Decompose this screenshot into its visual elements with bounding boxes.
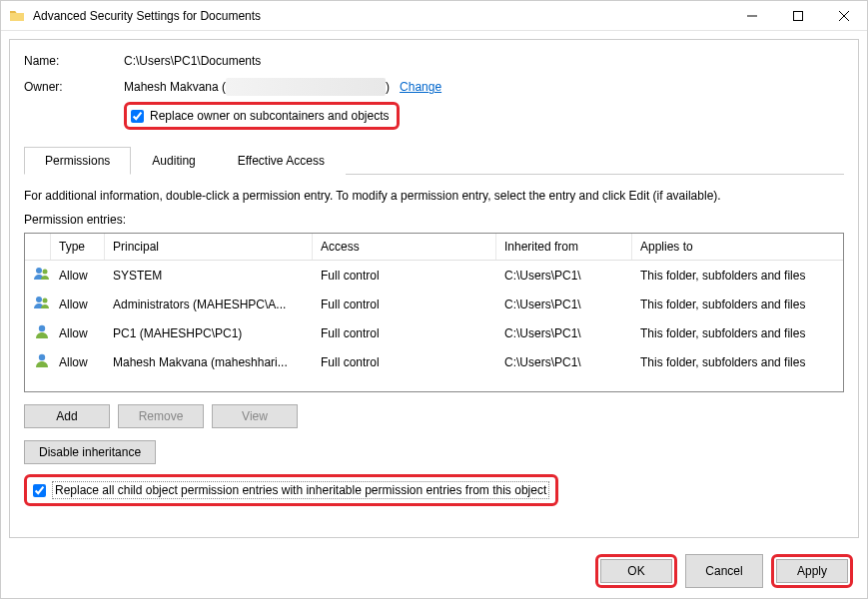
cell-principal: Mahesh Makvana (maheshhari... (105, 353, 313, 371)
info-text: For additional information, double-click… (24, 189, 844, 203)
window-title: Advanced Security Settings for Documents (33, 9, 729, 23)
svg-point-4 (43, 299, 48, 303)
cell-inherited: C:\Users\PC1\ (496, 267, 632, 285)
table-body: AllowSYSTEMFull controlC:\Users\PC1\This… (25, 261, 843, 376)
tab-auditing[interactable]: Auditing (131, 147, 216, 175)
replace-owner-row: Replace owner on subcontainers and objec… (124, 102, 844, 130)
owner-row: Owner: Mahesh Makvana ( ) Change (24, 78, 844, 96)
group-icon (33, 294, 51, 311)
owner-label: Owner: (24, 80, 124, 94)
folder-icon (9, 8, 25, 24)
cell-type: Allow (51, 353, 105, 371)
cell-access: Full control (313, 267, 496, 285)
cancel-button[interactable]: Cancel (685, 554, 763, 588)
header-access[interactable]: Access (313, 234, 496, 260)
header-applies[interactable]: Applies to (632, 234, 843, 260)
replace-child-checkbox[interactable] (33, 484, 46, 497)
cell-inherited: C:\Users\PC1\ (496, 324, 632, 342)
tab-effective-access[interactable]: Effective Access (217, 147, 346, 175)
name-value: C:\Users\PC1\Documents (124, 54, 261, 68)
replace-child-label[interactable]: Replace all child object permission entr… (52, 481, 549, 499)
table-row[interactable]: AllowSYSTEMFull controlC:\Users\PC1\This… (25, 261, 843, 290)
cell-access: Full control (313, 296, 496, 313)
content-panel: Name: C:\Users\PC1\Documents Owner: Mahe… (9, 39, 859, 538)
cell-inherited: C:\Users\PC1\ (496, 296, 632, 313)
apply-button[interactable]: Apply (776, 559, 848, 583)
permission-table: Type Principal Access Inherited from App… (24, 233, 844, 392)
cell-access: Full control (313, 353, 496, 371)
entry-buttons: Add Remove View (24, 404, 844, 428)
header-type[interactable]: Type (51, 234, 105, 260)
replace-owner-highlight: Replace owner on subcontainers and objec… (124, 102, 400, 130)
owner-close-paren: ) (386, 80, 390, 94)
owner-masked (226, 78, 386, 96)
svg-point-3 (36, 297, 42, 302)
ok-button[interactable]: OK (600, 559, 672, 583)
table-header: Type Principal Access Inherited from App… (25, 234, 843, 261)
close-button[interactable] (821, 1, 867, 31)
disable-inheritance-button[interactable]: Disable inheritance (24, 440, 156, 464)
cell-principal: SYSTEM (105, 267, 313, 285)
svg-point-6 (39, 354, 45, 360)
cell-type: Allow (51, 267, 105, 285)
footer-buttons: OK Cancel Apply (1, 546, 867, 598)
name-row: Name: C:\Users\PC1\Documents (24, 54, 844, 68)
cell-access: Full control (313, 324, 496, 342)
group-icon (33, 265, 51, 283)
cell-applies: This folder, subfolders and files (632, 324, 843, 342)
user-icon (33, 322, 51, 340)
header-principal[interactable]: Principal (105, 234, 313, 260)
cell-type: Allow (51, 324, 105, 342)
svg-point-5 (39, 325, 45, 331)
inheritance-row: Disable inheritance (24, 440, 844, 464)
table-row[interactable]: AllowPC1 (MAHESHPC\PC1)Full controlC:\Us… (25, 318, 843, 347)
titlebar-buttons (729, 1, 867, 31)
replace-child-highlight: Replace all child object permission entr… (24, 474, 558, 506)
replace-owner-label[interactable]: Replace owner on subcontainers and objec… (150, 109, 389, 123)
name-label: Name: (24, 54, 124, 68)
table-row[interactable]: AllowMahesh Makvana (maheshhari...Full c… (25, 347, 843, 376)
svg-point-1 (36, 268, 42, 274)
apply-highlight: Apply (771, 554, 853, 588)
svg-point-2 (43, 270, 48, 275)
minimize-button[interactable] (729, 1, 775, 31)
cell-applies: This folder, subfolders and files (632, 267, 843, 285)
owner-name: Mahesh Makvana ( (124, 80, 226, 94)
cell-applies: This folder, subfolders and files (632, 296, 843, 313)
ok-highlight: OK (595, 554, 677, 588)
table-row[interactable]: AllowAdministrators (MAHESHPC\A...Full c… (25, 290, 843, 318)
replace-owner-checkbox[interactable] (131, 110, 144, 123)
cell-inherited: C:\Users\PC1\ (496, 353, 632, 371)
tabs: Permissions Auditing Effective Access (24, 146, 844, 175)
cell-type: Allow (51, 296, 105, 313)
cell-principal: Administrators (MAHESHPC\A... (105, 296, 313, 313)
change-owner-link[interactable]: Change (400, 80, 441, 94)
window: Advanced Security Settings for Documents… (0, 0, 868, 599)
cell-principal: PC1 (MAHESHPC\PC1) (105, 324, 313, 342)
svg-rect-0 (794, 11, 803, 20)
view-button: View (212, 404, 298, 428)
add-button[interactable]: Add (24, 404, 110, 428)
tab-permissions[interactable]: Permissions (24, 147, 131, 175)
maximize-button[interactable] (775, 1, 821, 31)
cell-applies: This folder, subfolders and files (632, 353, 843, 371)
user-icon (33, 351, 51, 369)
entries-label: Permission entries: (24, 213, 844, 227)
titlebar: Advanced Security Settings for Documents (1, 1, 867, 31)
replace-child-row: Replace all child object permission entr… (24, 474, 844, 506)
remove-button: Remove (118, 404, 204, 428)
header-inherited[interactable]: Inherited from (496, 234, 632, 260)
